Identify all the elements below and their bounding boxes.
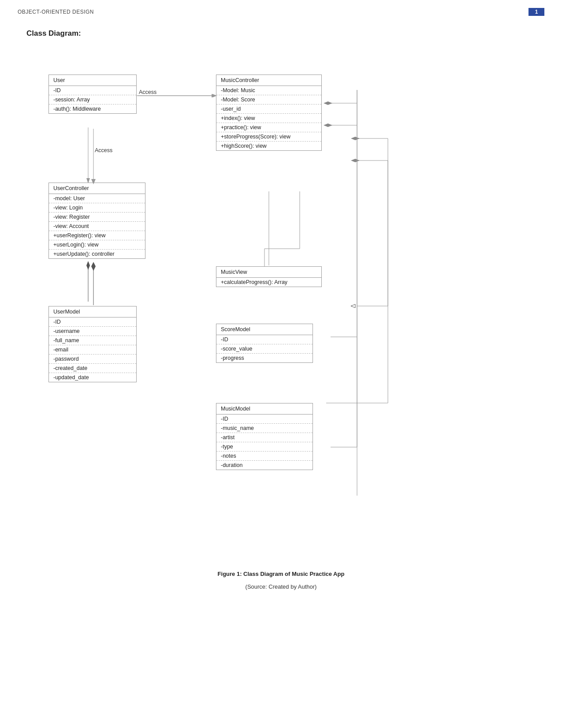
- user-attr-1: -session: Array: [49, 95, 136, 105]
- mm-attr-1: -music_name: [216, 424, 313, 433]
- sm-title: ScoreModel: [216, 324, 313, 335]
- um-attr-2: -full_name: [49, 336, 136, 345]
- uc-attr-2: -view: Register: [49, 213, 145, 222]
- mc-title: MusicController: [216, 75, 321, 86]
- mm-title: MusicModel: [216, 403, 313, 414]
- svg-marker-21: [324, 101, 332, 105]
- figure-source: (Source: Created by Author): [26, 583, 536, 590]
- user-class: User -ID -session: Array -auth(): Middle…: [48, 75, 137, 114]
- svg-marker-13: [351, 137, 360, 140]
- usercontroller-title: UserController: [49, 183, 145, 194]
- score-model-class: ScoreModel -ID -score_value -progress: [216, 324, 313, 363]
- uc-attr-4: +userRegister(): view: [49, 231, 145, 240]
- user-class-title: User: [49, 75, 136, 86]
- uc-attr-1: -view: Login: [49, 203, 145, 213]
- mv-title: MusicView: [216, 267, 321, 278]
- um-attr-6: -updated_date: [49, 373, 136, 382]
- sm-attr-2: -progress: [216, 354, 313, 362]
- mm-attr-2: -artist: [216, 433, 313, 442]
- mc-attr-2: -user_id: [216, 105, 321, 114]
- sm-attr-1: -score_value: [216, 344, 313, 354]
- svg-marker-5: [86, 261, 90, 270]
- svg-marker-12: [351, 304, 355, 308]
- mc-attr-6: +highScore(): view: [216, 142, 321, 150]
- mv-attr-0: +calculateProgress(): Array: [216, 278, 321, 287]
- uc-attr-3: -view: Account: [49, 222, 145, 231]
- uc-attr-5: +userLogin(): view: [49, 240, 145, 250]
- um-attr-4: -password: [49, 355, 136, 364]
- mm-attr-0: -ID: [216, 414, 313, 424]
- um-attr-1: -username: [49, 327, 136, 336]
- mm-attr-3: -type: [216, 442, 313, 452]
- mc-attr-3: +index(): view: [216, 114, 321, 123]
- um-attr-0: -ID: [49, 317, 136, 327]
- figure-caption: Figure 1: Class Diagram of Music Practic…: [26, 571, 536, 577]
- um-attr-5: -created_date: [49, 364, 136, 373]
- page-header: OBJECT-ORIENTED DESIGN 1: [0, 0, 562, 16]
- um-attr-3: -email: [49, 345, 136, 355]
- svg-marker-22: [324, 123, 332, 127]
- page-number: 1: [529, 8, 544, 16]
- uc-attr-6: +userUpdate(): controller: [49, 250, 145, 258]
- usermodel-title: UserModel: [49, 306, 136, 317]
- access-label-2: Access: [95, 147, 112, 153]
- music-model-class: MusicModel -ID -music_name -artist -type…: [216, 403, 313, 470]
- header-title: OBJECT-ORIENTED DESIGN: [18, 9, 94, 15]
- main-content: Class Diagram:: [0, 16, 562, 608]
- mc-attr-4: +practice(): view: [216, 123, 321, 132]
- svg-marker-1: [212, 94, 216, 97]
- music-view-class: MusicView +calculateProgress(): Array: [216, 266, 322, 287]
- mc-attr-1: -Model: Score: [216, 95, 321, 105]
- music-controller-class: MusicController -Model: Music -Model: Sc…: [216, 75, 322, 151]
- mm-attr-5: -duration: [216, 461, 313, 470]
- user-attr-2: -auth(): Middleware: [49, 105, 136, 113]
- mc-attr-5: +storeProgress(Score): view: [216, 132, 321, 142]
- mc-attr-0: -Model: Music: [216, 86, 321, 95]
- svg-marker-32: [91, 262, 96, 271]
- user-model-class: UserModel -ID -username -full_name -emai…: [48, 306, 137, 382]
- mm-attr-4: -notes: [216, 452, 313, 461]
- access-label-1: Access: [139, 89, 156, 95]
- user-controller-class: UserController -model: User -view: Login…: [48, 183, 145, 259]
- section-title: Class Diagram:: [26, 29, 536, 38]
- uc-attr-0: -model: User: [49, 194, 145, 203]
- class-diagram: User -ID -session: Array -auth(): Middle…: [26, 50, 536, 557]
- svg-marker-14: [351, 159, 360, 162]
- user-attr-0: -ID: [49, 86, 136, 95]
- sm-attr-0: -ID: [216, 335, 313, 344]
